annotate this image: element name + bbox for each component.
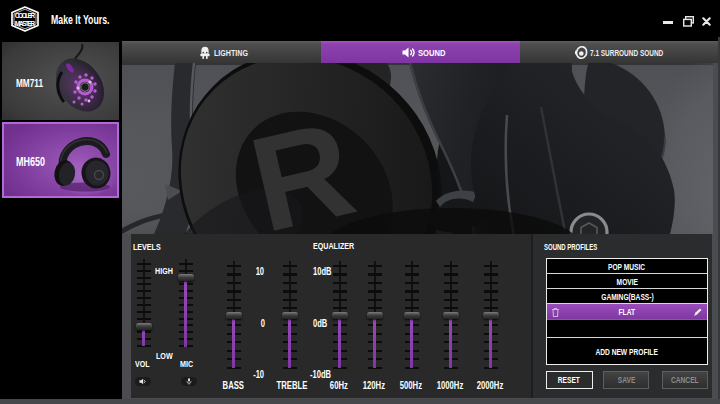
svg-text:COOLER: COOLER (15, 12, 36, 19)
svg-text:MASTER: MASTER (15, 20, 36, 27)
